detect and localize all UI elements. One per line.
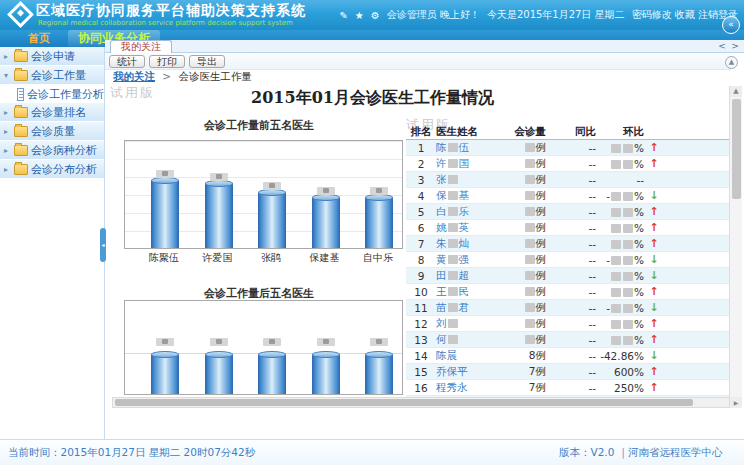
sidebar-item[interactable]: ▾会诊工作量 bbox=[0, 66, 104, 84]
redacted-block bbox=[623, 208, 633, 217]
chevron-right-icon: ▸ bbox=[4, 52, 11, 61]
sidebar-item[interactable]: ▸会诊申请 bbox=[0, 47, 104, 65]
doctor-name-link[interactable]: 陈伍 bbox=[436, 141, 506, 155]
table-row[interactable]: 13何例--%↑ bbox=[406, 332, 729, 348]
doctor-name-link[interactable]: 苗君 bbox=[436, 301, 506, 315]
table-row[interactable]: 7朱灿例--%↑ bbox=[406, 236, 729, 252]
redacted-block bbox=[623, 256, 633, 265]
header-link[interactable]: 收藏 bbox=[675, 9, 695, 20]
doctor-name-link[interactable]: 田超 bbox=[436, 269, 506, 283]
redacted-block bbox=[525, 335, 535, 344]
tab-scroll-left-icon[interactable]: < bbox=[716, 40, 728, 52]
redacted-block bbox=[525, 223, 535, 232]
table-row[interactable]: 2许国例--%↑ bbox=[406, 156, 729, 172]
yoy-cell: -- bbox=[546, 334, 596, 346]
table-row[interactable]: 4保基例---%↓ bbox=[406, 188, 729, 204]
horizontal-scrollbar[interactable] bbox=[112, 397, 730, 408]
trend-up-icon: ↑ bbox=[649, 237, 658, 250]
scroll-up-arrow-icon[interactable]: ▲ bbox=[730, 86, 742, 97]
doctor-name-link[interactable]: 何 bbox=[436, 333, 506, 347]
table-row[interactable]: 16程秀永7例--250%↑ bbox=[406, 380, 729, 396]
double-chevron-up-button[interactable]: « bbox=[722, 16, 740, 34]
doctor-name-link[interactable]: 姚英 bbox=[436, 221, 506, 235]
doctor-name-link[interactable]: 白乐 bbox=[436, 205, 506, 219]
edit-icon[interactable]: ✎ bbox=[339, 10, 347, 21]
rank-cell: 15 bbox=[406, 366, 436, 378]
yoy-cell: -- bbox=[546, 190, 596, 202]
vertical-scrollbar-thumb[interactable] bbox=[732, 99, 741, 199]
mom-cell: % bbox=[596, 334, 644, 346]
redacted-block bbox=[623, 192, 633, 201]
table-row[interactable]: 6姚英例--%↑ bbox=[406, 220, 729, 236]
gear-icon[interactable]: ⚙ bbox=[371, 10, 380, 21]
mom-cell: % bbox=[596, 142, 644, 154]
sidebar-item[interactable]: ▸会诊质量 bbox=[0, 122, 104, 140]
tab-my-focus[interactable]: 我的关注 bbox=[110, 40, 172, 54]
doctor-name-link[interactable]: 陈晨 bbox=[436, 349, 506, 363]
table-row[interactable]: 9田超例--%↓ bbox=[406, 268, 729, 284]
star-icon[interactable]: ★ bbox=[355, 10, 364, 21]
chevron-right-icon: ▸ bbox=[4, 127, 11, 136]
toolbar-button-打印[interactable]: 打印 bbox=[149, 55, 185, 68]
toolbar-button-导出[interactable]: 导出 bbox=[189, 55, 225, 68]
redacted-block bbox=[611, 144, 621, 153]
bar bbox=[151, 180, 179, 248]
doctor-name-link[interactable]: 朱灿 bbox=[436, 237, 506, 251]
tab-scroll-right-icon[interactable]: > bbox=[729, 40, 741, 52]
table-row[interactable]: 14陈晨8例---42.86%↓ bbox=[406, 348, 729, 364]
redacted-block bbox=[611, 304, 621, 313]
toolbar-button-统计[interactable]: 统计 bbox=[109, 55, 145, 68]
sidebar-subitem[interactable]: 会诊工作量分析 bbox=[0, 85, 104, 103]
rank-cell: 16 bbox=[406, 382, 436, 394]
trend-cell: ↑ bbox=[644, 205, 664, 218]
table-row[interactable]: 11苗君例---%↓ bbox=[406, 300, 729, 316]
nav-tab-home[interactable]: 首页 bbox=[20, 30, 58, 47]
collapse-panel-button[interactable]: ▲ bbox=[725, 56, 738, 69]
column-header: 医生姓名 bbox=[436, 125, 506, 139]
scroll-right-arrow-icon[interactable]: ▶ bbox=[730, 397, 742, 408]
redacted-block bbox=[611, 256, 621, 265]
panel-tab-strip: 我的关注 < > bbox=[105, 40, 744, 53]
volume-cell: 7例 bbox=[506, 381, 546, 395]
volume-cell: 例 bbox=[506, 141, 546, 155]
folder-icon bbox=[14, 145, 28, 156]
table-row[interactable]: 15乔保平7例--600%↑ bbox=[406, 364, 729, 380]
rank-cell: 13 bbox=[406, 334, 436, 346]
doctor-name-link[interactable]: 程秀永 bbox=[436, 381, 506, 395]
table-row[interactable]: 8黄强例---%↓ bbox=[406, 252, 729, 268]
sidebar-item[interactable]: ▸会诊分布分析 bbox=[0, 160, 104, 178]
doctor-name-link[interactable]: 刘 bbox=[436, 317, 506, 331]
vertical-scrollbar[interactable]: ▲ bbox=[729, 86, 742, 407]
sidebar-item[interactable]: ▸会诊病种分析 bbox=[0, 141, 104, 159]
masked-value-label bbox=[210, 173, 228, 181]
doctor-name-link[interactable]: 乔保平 bbox=[436, 365, 506, 379]
table-row[interactable]: 10王民例--%↑ bbox=[406, 284, 729, 300]
doctor-name-link[interactable]: 许国 bbox=[436, 157, 506, 171]
report-title: 2015年01月会诊医生工作量情况 bbox=[105, 88, 640, 109]
rank-cell: 4 bbox=[406, 190, 436, 202]
table-row[interactable]: 5白乐例--%↑ bbox=[406, 204, 729, 220]
volume-cell: 例 bbox=[506, 317, 546, 331]
horizontal-scrollbar-thumb[interactable] bbox=[115, 399, 693, 406]
volume-cell: 8例 bbox=[506, 349, 546, 363]
table-row[interactable]: 3张例---- bbox=[406, 172, 729, 188]
doctor-name-link[interactable]: 保基 bbox=[436, 189, 506, 203]
yoy-cell: -- bbox=[546, 366, 596, 378]
sidebar-item[interactable]: ▸会诊量排名 bbox=[0, 103, 104, 121]
column-header: 同比 bbox=[546, 125, 596, 139]
doctor-name-link[interactable]: 张 bbox=[436, 173, 506, 187]
breadcrumb-link[interactable]: 我的关注 bbox=[113, 70, 155, 82]
table-row[interactable]: 12刘例--%↑ bbox=[406, 316, 729, 332]
redacted-block bbox=[623, 288, 633, 297]
redacted-block bbox=[525, 175, 535, 184]
header-link[interactable]: 密码修改 bbox=[632, 9, 672, 20]
redacted-block bbox=[623, 240, 633, 249]
sidebar-collapse-handle[interactable]: ◂ bbox=[100, 228, 106, 262]
volume-cell: 例 bbox=[506, 285, 546, 299]
masked-value-label bbox=[156, 338, 174, 346]
table-row[interactable]: 1陈伍例--%↑ bbox=[406, 140, 729, 156]
doctor-name-link[interactable]: 王民 bbox=[436, 285, 506, 299]
rank-cell: 7 bbox=[406, 238, 436, 250]
yoy-cell: -- bbox=[546, 174, 596, 186]
doctor-name-link[interactable]: 黄强 bbox=[436, 253, 506, 267]
